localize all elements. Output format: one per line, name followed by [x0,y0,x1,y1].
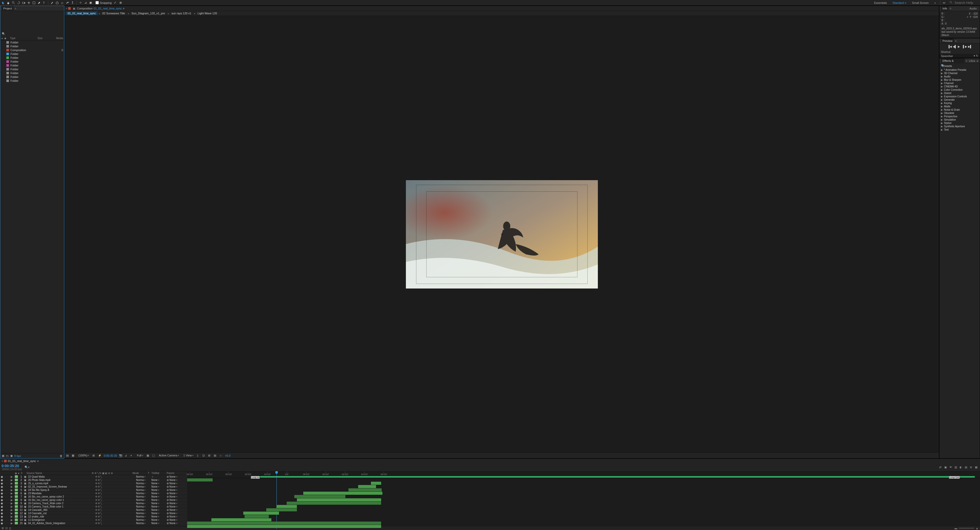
layer-bar[interactable] [212,518,271,521]
shortcut-select[interactable]: Spacebar▾ ↻ [939,54,980,58]
visibility-toggle[interactable]: ◉ [0,505,3,508]
visibility-toggle[interactable]: ◉ [0,485,3,488]
project-item[interactable]: Folder [0,56,64,59]
timeline-layer-row[interactable]: ◉▶6▣23 Mandala✲✲╲Norma▾None▾⊘ None▾ [0,492,187,495]
layer-bar[interactable] [358,485,376,488]
snap-edge-icon[interactable]: ⤢ [113,0,118,5]
project-item[interactable]: Folder [0,79,64,83]
workspace-more[interactable]: » [932,0,939,6]
first-frame-icon[interactable]: ▐◀ [948,45,951,49]
visibility-toggle[interactable]: ◉ [0,498,3,501]
play-icon[interactable]: ▶ [958,45,961,49]
effects-category[interactable]: ▶Color Correction [939,88,980,91]
timeline-current-time[interactable]: 0:00:35:20 [2,464,22,468]
effects-category[interactable]: ▶CINEMA 4D [939,85,980,88]
selection-tool[interactable] [1,0,6,5]
effects-category[interactable]: ▶Audio [939,75,980,78]
project-item[interactable]: Folder [0,40,64,44]
effects-category[interactable]: ▶3D Channel [939,72,980,75]
timeline-layer-row[interactable]: ◉▶11▣14 Cascade_360✲✲╲Norma▾None▾⊘ None▾ [0,508,187,512]
timeline-layer-row[interactable]: ◉▶15▣04_01_Adobe_Stock_Integration✲✲╲Nor… [0,522,187,525]
visibility-toggle[interactable]: ◉ [0,482,3,485]
effects-category[interactable]: ▶Text [939,128,980,131]
timeline-layer-row[interactable]: ◉▶10▣15 Camera_Track_Ride color 1✲✲╲Norm… [0,505,187,508]
timeline-layer-row[interactable]: ◉▶4▣02_01_Improved_Screen_Redraw✲✲╲Norma… [0,485,187,488]
layer-bar[interactable] [287,502,381,505]
timeline-layer-row[interactable]: ◉▶8▣16 Slo_mo_carve_spray color 1✲✲╲Norm… [0,498,187,502]
brain-icon[interactable]: ⊛ [970,466,974,469]
camera-select[interactable]: Active Camera [158,454,180,457]
layer-bar[interactable] [297,498,381,501]
exposure-icon[interactable]: ☼ [219,454,223,457]
timeline-ruler[interactable]: Loop In Loop Out 26:01f28:01f30:01f32:01… [187,471,980,478]
project-item[interactable]: Folder [0,44,64,48]
panel-menu-icon[interactable]: ≡ [950,7,951,10]
panel-menu-icon[interactable]: ≡ [37,460,38,463]
timeline-tab-name[interactable]: 01_01_real_time_sync [8,460,36,463]
visibility-toggle[interactable]: ◉ [0,502,3,505]
panel-menu-icon[interactable]: ≡ [123,7,124,10]
zoom-tool[interactable] [11,0,16,5]
roto-tool[interactable] [65,0,70,5]
layer-bar[interactable] [187,522,381,525]
timeline-layer-list[interactable]: ◉▶1▣22 Quad Malia✲✲╲Norma▾▾⊘ None▾◉▶2▣26… [0,475,187,526]
project-item[interactable]: Folder [0,59,64,63]
timeline-layer-row[interactable]: ◉▶5▣24 Slo Mo Spray A✲✲╲Norma▾None▾⊘ Non… [0,488,187,492]
pan-behind-tool[interactable] [27,0,31,5]
puppet-tool[interactable] [70,0,75,5]
project-item-list[interactable]: FolderFolderComposition0FolderFolderFold… [0,40,64,453]
layer-bar[interactable] [303,492,382,495]
exposure-value[interactable]: +0.0 [225,454,231,457]
layer-bar[interactable] [243,512,279,515]
type-tool[interactable]: T [42,0,46,5]
frame-blend-icon[interactable]: ▥ [955,466,958,469]
effects-category[interactable]: ▶Perspective [939,115,980,118]
hand-tool[interactable] [6,0,11,5]
zoom-level[interactable]: (100%) [77,454,91,457]
resolution-select[interactable]: Full [136,454,145,457]
libraries-tab[interactable]: Libra [967,58,977,63]
workspace-smallscreen[interactable]: Small Screen [909,0,931,6]
audio-tab[interactable]: Audio [968,6,978,11]
timeline-layer-row[interactable]: ◉▶3▣25_s_curves.mp4✲✲╲Norma▾None▾⊘ None▾ [0,482,187,485]
timeline-layer-row[interactable]: ◉▶9▣15 Camera_Track_Ride color 2✲✲╲Norma… [0,502,187,505]
current-time[interactable]: 0:00:35:20 [103,454,117,457]
comp-active-name[interactable]: 01_01_real_time_sync [94,7,122,10]
transparency-grid-icon[interactable]: ▦ [146,454,150,457]
render-icon[interactable]: ▦ [975,466,978,469]
timeline-layer-row[interactable]: ◉▶7▣16 Slo_mo_carve_spray color 2✲✲╲Norm… [0,495,187,498]
preview-tab[interactable]: Preview [941,38,954,43]
search-icon[interactable]: 🔍▾ [24,466,30,469]
fast-preview-icon[interactable]: ⚡ [98,454,102,457]
show-snapshot-icon[interactable]: ⊿ [124,454,128,457]
prev-frame-icon[interactable]: ◀▌ [953,45,956,49]
project-search-input[interactable] [5,32,62,36]
roi-icon[interactable]: ▢ [152,454,156,457]
close-tab-icon[interactable]: × [65,7,67,10]
world-axis-icon[interactable]: ⊿ [83,0,88,5]
zoom-scroll-bar[interactable] [260,476,975,477]
visibility-toggle[interactable]: ◉ [0,522,3,525]
layer-bar[interactable] [187,525,381,528]
effects-category[interactable]: ▶Matte [939,105,980,108]
interpret-footage-icon[interactable]: ▦ [2,454,4,457]
snapping-checkbox[interactable] [95,1,99,4]
layer-bar[interactable] [266,508,297,511]
search-help-input[interactable] [955,1,977,5]
breadcrumb-item[interactable]: Light Wave 120 [196,11,218,15]
draft-3d-icon[interactable]: ▣ [944,466,948,469]
sync-settings-icon[interactable]: ▭ [942,0,946,5]
layer-bar[interactable] [245,515,269,518]
layer-bar[interactable] [187,478,213,481]
layer-bar[interactable] [277,505,297,508]
effects-category[interactable]: ▶Channel [939,81,980,85]
toggle-modes-icon[interactable]: {} [9,527,11,530]
pen-tool[interactable] [37,0,41,5]
timeline-layer-row[interactable]: ◉▶1▣22 Quad Malia✲✲╲Norma▾▾⊘ None▾ [0,475,187,478]
toggle-alpha-icon[interactable]: ▤ [66,454,70,457]
effects-list[interactable]: ▶* Animation Presets▶3D Channel▶Audio▶Bl… [939,68,980,458]
effects-category[interactable]: ▶Obsolete [939,112,980,115]
guides-icon[interactable]: ▤ [214,454,217,457]
views-select[interactable]: 1 View [182,454,195,457]
visibility-toggle[interactable]: ◉ [0,488,3,492]
